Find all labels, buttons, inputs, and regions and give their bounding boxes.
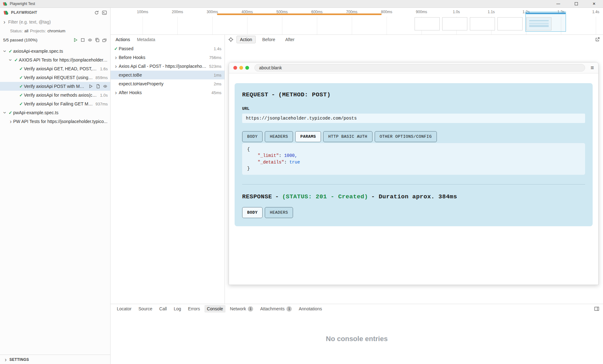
open-snapshot-button[interactable] — [595, 37, 600, 42]
tab-errors[interactable]: Errors — [186, 305, 203, 313]
chevron-down-icon[interactable]: › — [2, 49, 8, 54]
tab-source[interactable]: Source — [136, 305, 155, 313]
tab-locator[interactable]: Locator — [114, 305, 134, 313]
close-icon: ✕ — [592, 2, 595, 6]
snapshot-tabs: Action Before After — [225, 35, 603, 44]
browser-menu-button[interactable]: ≡ — [590, 65, 594, 71]
expand-all-button[interactable] — [102, 37, 107, 43]
tab-network[interactable]: Network1 — [227, 305, 256, 313]
tree-item-test[interactable]: ✓ Verify axiosApi for methods axios(conf… — [0, 91, 110, 99]
watch-test-button[interactable] — [102, 84, 108, 89]
tree-item-test-selected[interactable]: ✓ Verify axiosApi POST with Multi... — [0, 82, 110, 91]
json-key: "_details" — [258, 160, 284, 165]
action-row-expect-tobe[interactable]: expect.toBe 1ms — [111, 71, 225, 79]
timeline-thumbnail[interactable] — [442, 17, 467, 30]
chevron-down-icon[interactable]: › — [2, 110, 8, 115]
chevron-right-icon[interactable]: › — [2, 19, 7, 25]
watch-all-button[interactable] — [87, 37, 93, 43]
tab-attachments[interactable]: Attachments1 — [258, 305, 294, 313]
chevron-right-icon[interactable]: › — [113, 90, 119, 95]
tab-label: Call — [159, 306, 167, 311]
maximize-button[interactable] — [567, 0, 585, 8]
tab-body[interactable]: BODY — [242, 131, 263, 142]
tab-actions[interactable]: Actions — [115, 36, 131, 43]
actions-panel: Actions Metadata ✓ Passed 1.4s › Before … — [111, 35, 225, 304]
browser-chrome: about:blank ≡ — [229, 62, 598, 73]
window-title: Playwright Test — [10, 2, 35, 6]
address-bar[interactable]: about:blank — [254, 64, 585, 72]
url-input[interactable] — [242, 114, 585, 123]
open-terminal-button[interactable] — [102, 10, 107, 15]
test-duration: 859ms — [95, 75, 108, 80]
tree-item-test[interactable]: ✓ Verify axiosApi REQUEST (using defa...… — [0, 73, 110, 82]
tab-action[interactable]: Action — [236, 36, 256, 43]
action-row-axios-call[interactable]: › Axios Api Call - POST - https://jsonpl… — [111, 62, 225, 71]
timeline-thumbnail[interactable] — [470, 17, 495, 30]
chevron-right-icon[interactable]: › — [8, 119, 13, 124]
tree-item-label: AXIOS API Tests for https://jsonplacehol… — [19, 57, 108, 62]
tab-before[interactable]: Before — [259, 36, 279, 43]
tab-annotations[interactable]: Annotations — [296, 305, 324, 313]
tree-item-label: Verify axiosApi for Failing GET Meth... — [24, 101, 93, 106]
tree-item-spec-file[interactable]: › ✓ axiosApi-example.spec.ts — [0, 47, 110, 56]
settings-section[interactable]: › SETTINGS — [0, 355, 110, 364]
snapshot-panel: Action Before After about:blank ≡ — [225, 35, 603, 304]
tree-item-spec-file[interactable]: › ✓ pwApi-example.spec.ts — [0, 108, 110, 117]
tree-item-label: Verify axiosApi REQUEST (using defa... — [24, 75, 93, 80]
tab-response-body[interactable]: BODY — [242, 207, 263, 218]
action-duration: 45ms — [211, 90, 221, 95]
minimize-button[interactable]: — — [549, 0, 567, 8]
timeline-action-bar — [217, 13, 382, 15]
json-brace: } — [247, 166, 250, 171]
tree-item-suite-collapsed[interactable]: › PW API Tests for https://jsonplacehold… — [0, 117, 110, 126]
tab-call[interactable]: Call — [157, 305, 169, 313]
tab-after[interactable]: After — [282, 36, 298, 43]
tab-http-basic-auth[interactable]: HTTP BASIC AUTH — [323, 131, 372, 142]
tab-other-options[interactable]: OTHER OPTIONS/CONFIG — [375, 131, 437, 142]
tab-metadata[interactable]: Metadata — [136, 36, 156, 43]
timeline-tick: 900ms — [416, 10, 427, 14]
chevron-right-icon[interactable]: › — [113, 55, 119, 60]
filter-row: › — [0, 17, 110, 27]
chevron-right-icon[interactable]: › — [113, 63, 119, 69]
tree-item-suite[interactable]: › ✓ AXIOS API Tests for https://jsonplac… — [0, 56, 110, 64]
check-icon: ✓ — [18, 66, 24, 71]
close-button[interactable]: ✕ — [585, 0, 603, 8]
projects-value[interactable]: chromium — [47, 29, 65, 33]
stop-button[interactable] — [80, 37, 85, 43]
run-all-button[interactable] — [73, 37, 78, 43]
timeline-thumbnail[interactable] — [415, 17, 440, 30]
tab-response-headers[interactable]: HEADERS — [265, 207, 293, 218]
tab-console[interactable]: Console — [204, 305, 225, 313]
file-icon — [96, 84, 100, 88]
action-row-passed[interactable]: ✓ Passed 1.4s — [111, 44, 225, 53]
show-source-button[interactable] — [95, 84, 100, 89]
json-colon: : — [279, 153, 284, 158]
tab-params[interactable]: PARAMS — [295, 131, 321, 142]
status-value[interactable]: all — [24, 29, 28, 33]
tree-item-test[interactable]: ✓ Verify axiosApi GET, HEAD, POST, PUT, … — [0, 64, 110, 73]
run-test-button[interactable] — [88, 84, 93, 89]
timeline-tick: 1.4s — [592, 10, 600, 14]
json-line: } — [247, 165, 580, 172]
action-row-before-hooks[interactable]: › Before Hooks 756ms — [111, 53, 225, 62]
action-row-after-hooks[interactable]: › After Hooks 45ms — [111, 88, 225, 97]
tab-label: Console — [207, 306, 223, 311]
pick-locator-button[interactable] — [228, 37, 233, 42]
filter-input[interactable] — [8, 19, 108, 24]
tab-log[interactable]: Log — [171, 305, 183, 313]
tab-headers[interactable]: HEADERS — [265, 131, 293, 142]
reload-tests-button[interactable] — [94, 10, 99, 15]
action-row-expect-tohaveproperty[interactable]: expect.toHaveProperty 2ms — [111, 79, 225, 88]
trace-timeline[interactable]: 100ms 200ms 300ms 400ms 500ms 600ms 700m… — [111, 8, 603, 35]
json-brace: { — [247, 147, 250, 152]
toggle-panel-button[interactable] — [594, 306, 599, 312]
timeline-thumbnail-active[interactable] — [526, 17, 551, 30]
playwright-logo-icon — [3, 10, 8, 15]
chevron-down-icon[interactable]: › — [8, 57, 14, 62]
action-label: After Hooks — [119, 90, 209, 95]
tree-item-test[interactable]: ✓ Verify axiosApi for Failing GET Meth..… — [0, 99, 110, 108]
timeline-thumbnail[interactable] — [497, 17, 523, 30]
stop-icon — [80, 38, 85, 42]
collapse-all-button[interactable] — [95, 37, 100, 43]
